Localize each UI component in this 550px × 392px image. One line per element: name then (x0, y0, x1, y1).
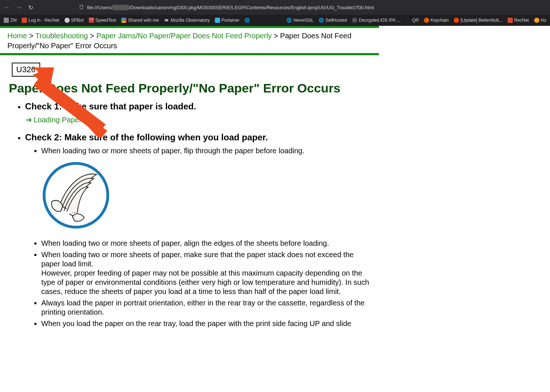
error-code-box: U326 (12, 63, 40, 77)
breadcrumb-paperjams[interactable]: Paper Jams/No Paper/Paper Does Not Feed … (96, 32, 272, 40)
bookmarks-bar: ZM Log in - RecNet SPBot SpeedTest Share… (0, 15, 550, 26)
bookmark-item[interactable]: Shared with me (121, 18, 159, 23)
breadcrumb-troubleshooting[interactable]: Troubleshooting (35, 32, 88, 40)
bookmark-icon (89, 18, 94, 23)
bookmark-icon (405, 18, 411, 23)
paper-flip-illustration (41, 161, 370, 232)
bookmark-icon (352, 18, 357, 23)
bookmark-icon (534, 18, 539, 23)
bookmark-item[interactable]: SpeedTest (89, 18, 116, 23)
back-button[interactable]: ← (3, 4, 11, 11)
file-icon (79, 4, 84, 11)
bottom-green-bar (0, 53, 379, 55)
bookmark-icon (65, 18, 70, 23)
check2-item: When loading two or more sheets of paper… (41, 239, 370, 248)
bookmark-icon (4, 18, 9, 23)
check1-title: Check 1: Make sure that paper is loaded. (25, 101, 370, 112)
breadcrumb-home[interactable]: Home (7, 32, 27, 40)
bookmark-icon (215, 18, 220, 23)
bookmark-item[interactable]: Portainer (215, 18, 240, 23)
breadcrumb: Home > Troubleshooting > Paper Jams/No P… (0, 28, 379, 53)
check2-item: When loading two or more sheets of paper… (41, 250, 370, 296)
bookmark-item[interactable]: ZM (4, 18, 17, 23)
globe-icon: 🌐 (319, 18, 324, 23)
bookmark-icon (454, 18, 459, 23)
bookmark-item[interactable]: QR (405, 18, 419, 23)
globe-icon: 🌐 (287, 18, 292, 23)
check2-title: Check 2: Make sure of the following when… (25, 132, 370, 143)
bookmark-item[interactable]: 🌐NeverSSL (287, 18, 314, 23)
bookmark-item[interactable]: [Update] BetterMult... (454, 18, 502, 23)
bookmark-item[interactable]: 🌐 (245, 18, 250, 23)
globe-icon: 🌐 (245, 18, 250, 23)
reload-button[interactable]: ↻ (27, 4, 35, 11)
loading-paper-link[interactable]: ➔Loading Paper (26, 115, 81, 124)
bookmark-item[interactable]: Ho (534, 18, 546, 23)
bookmark-icon (424, 18, 429, 23)
bookmark-item[interactable]: mMozilla Observatory (164, 18, 210, 23)
url-text: file:///Users/xxxxxxx/Downloads/canon/mg… (87, 5, 374, 10)
bookmark-item[interactable]: Decrypted iOS IPA ... (352, 18, 400, 23)
check2-item: When you load the paper on the rear tray… (41, 319, 370, 328)
url-bar[interactable]: file:///Users/xxxxxxx/Downloads/canon/mg… (79, 4, 374, 11)
bookmark-icon (508, 18, 513, 23)
arrow-right-icon: ➔ (26, 116, 32, 124)
bookmark-icon (22, 18, 27, 23)
forward-button[interactable]: → (15, 4, 23, 11)
bookmark-item[interactable]: 🌐SelfHosted (319, 18, 347, 23)
bookmark-item[interactable]: Log in - RecNet (22, 18, 59, 23)
bookmark-icon (121, 18, 126, 23)
check2-item: Always load the paper in portrait orient… (41, 298, 370, 317)
browser-toolbar: ← → ↻ file:///Users/xxxxxxx/Downloads/ca… (0, 0, 550, 15)
bookmark-icon: m (164, 18, 169, 23)
bookmark-item[interactable]: Keychain (424, 18, 449, 23)
check2-item: When loading two or more sheets of paper… (41, 146, 370, 232)
bookmark-item[interactable]: RecNet (508, 18, 529, 23)
page-title: Paper Does Not Feed Properly/"No Paper" … (9, 81, 379, 95)
bookmark-item[interactable]: SPBot (65, 18, 84, 23)
page-content: Home > Troubleshooting > Paper Jams/No P… (0, 26, 379, 351)
